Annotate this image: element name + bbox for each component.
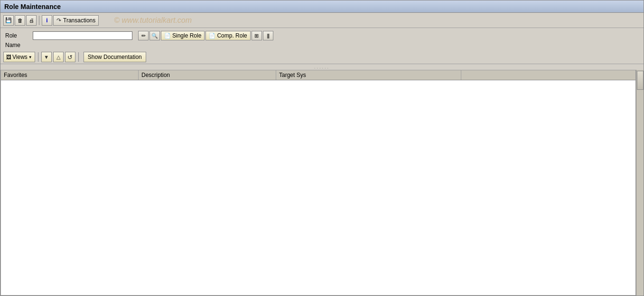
col-target-sys-label: Target Sys (279, 72, 306, 78)
col-header-extra (461, 70, 635, 80)
views-dropdown-icon: ▼ (28, 55, 32, 59)
single-role-label: Single Role (172, 32, 201, 39)
comp-role-button[interactable]: 📄 Comp. Role (205, 31, 250, 40)
drag-handle[interactable]: ...... (0, 64, 644, 70)
transactions-arrow-icon: ↷ (56, 17, 61, 24)
filter-set-button[interactable]: △ (53, 52, 64, 62)
separator-2 (38, 52, 38, 62)
save-button[interactable] (3, 15, 14, 26)
table-header: Favorites Description Target Sys (1, 70, 635, 80)
single-role-doc-icon: 📄 (164, 33, 171, 39)
watermark-text: © www.tutorialkart.com (114, 16, 192, 25)
name-label: Name (5, 42, 20, 48)
columns-icon: ||| (267, 33, 269, 38)
filter-icon: ▼ (44, 54, 49, 60)
col-header-target-sys: Target Sys (276, 70, 461, 80)
views-label: Views (12, 54, 28, 60)
right-panel: Favorites Description Target Sys (0, 70, 644, 296)
col-header-description: Description (139, 70, 276, 80)
content-area: ...... Favorites Description Target Sys (0, 64, 644, 296)
search-role-button[interactable]: 🔍 (149, 31, 160, 40)
edit-icon: ✏ (141, 33, 146, 39)
toolbar2: 🖼 Views ▼ ▼ △ ↺ Show Documentation (0, 50, 644, 64)
separator-1 (39, 16, 39, 25)
grid-button[interactable]: ⊞ (252, 31, 262, 40)
transactions-label: Transactions (63, 17, 95, 24)
scrollbar[interactable] (636, 70, 644, 296)
col-header-favorites: Favorites (1, 70, 139, 80)
col-description-label: Description (141, 72, 170, 78)
refresh-button[interactable]: ↺ (65, 52, 75, 62)
info-icon: i (46, 17, 47, 24)
save-icon (5, 17, 12, 23)
transactions-button[interactable]: ↷ Transactions (53, 15, 99, 26)
window-title: Role Maintenance (4, 3, 61, 10)
delete-icon: 🗑 (18, 18, 23, 23)
table-body (1, 80, 635, 295)
main-window: Role Maintenance 🗑 🖨 i ↷ Transactions © … (0, 0, 644, 296)
grid-icon: ⊞ (254, 33, 259, 39)
search-icon: 🔍 (151, 33, 158, 39)
views-picture-icon: 🖼 (6, 54, 11, 60)
edit-role-button[interactable]: ✏ (138, 31, 149, 40)
scroll-thumb[interactable] (637, 71, 644, 90)
print-icon: 🖨 (29, 18, 34, 23)
show-documentation-button[interactable]: Show Documentation (84, 52, 146, 62)
role-label: Role (5, 32, 29, 39)
print-button[interactable]: 🖨 (26, 15, 37, 26)
role-buttons: ✏ 🔍 📄 Single Role 📄 Comp. Role ⊞ ||| (138, 31, 273, 40)
show-doc-label: Show Documentation (88, 54, 142, 60)
toolbar: 🗑 🖨 i ↷ Transactions © www.tutorialkart.… (0, 13, 644, 28)
table-container: Favorites Description Target Sys (0, 70, 636, 296)
filter-button[interactable]: ▼ (41, 52, 52, 62)
views-button[interactable]: 🖼 Views ▼ (3, 52, 35, 62)
filter-set-icon: △ (56, 54, 60, 60)
name-row: Name (5, 42, 639, 48)
delete-button[interactable]: 🗑 (15, 15, 25, 26)
role-row: Role ✏ 🔍 📄 Single Role 📄 Comp. Role (5, 31, 639, 40)
separator-3 (78, 52, 79, 62)
comp-role-label: Comp. Role (217, 32, 247, 39)
single-role-button[interactable]: 📄 Single Role (161, 31, 205, 40)
form-area: Role ✏ 🔍 📄 Single Role 📄 Comp. Role (0, 28, 644, 50)
comp-role-doc-icon: 📄 (209, 33, 215, 39)
role-input[interactable] (33, 31, 132, 40)
columns-button[interactable]: ||| (263, 31, 273, 40)
title-bar: Role Maintenance (0, 0, 644, 13)
refresh-icon: ↺ (67, 54, 73, 61)
info-button[interactable]: i (42, 15, 52, 26)
col-favorites-label: Favorites (4, 72, 27, 78)
